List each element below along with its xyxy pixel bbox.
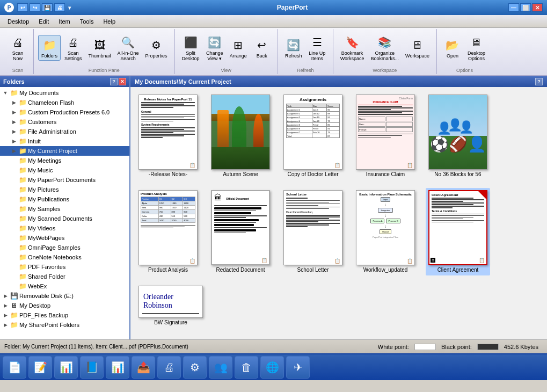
properties-button[interactable]: ⚙ Properties [143, 35, 170, 61]
close-button[interactable]: ✕ [532, 3, 543, 12]
taskbar-app-7[interactable]: 🖨 [157, 356, 181, 379]
tree-item-mypaperport[interactable]: 📁 My PaperPort Documents [0, 175, 129, 185]
tree-item-mydocuments[interactable]: ▼ 📁 My Documents [0, 88, 129, 98]
tree-item-pdffav[interactable]: 📁 PDF Favorites [0, 262, 129, 272]
folder-icon: 📁 [18, 118, 27, 126]
desktop-options-icon: 🖥 [468, 34, 485, 51]
content-help-btn[interactable]: ? [535, 78, 543, 85]
thumbnail-button[interactable]: 🖼 Thumbnail [86, 35, 114, 61]
menu-help[interactable]: Help [99, 17, 120, 26]
tree-item-pdfbackup[interactable]: ▶ 📁 PDF_Files Backup [0, 310, 129, 320]
content-path: My Documents\My Current Project [135, 78, 231, 85]
doc-client-agreement[interactable]: Client Agreement Terms & Conditions [426, 188, 490, 275]
quick-access-print[interactable]: 🖨 [54, 3, 65, 12]
tree-item-mypublications[interactable]: 📁 My Publications [0, 194, 129, 204]
menu-edit[interactable]: Edit [34, 17, 53, 26]
tree-item-mydesktop[interactable]: ▶ 🖥 My Desktop [0, 301, 129, 310]
desktop-options-button[interactable]: 🖥 DesktopOptions [465, 32, 488, 63]
taskbar-app-1[interactable]: 📄 [3, 356, 26, 379]
doc-redacted[interactable]: 🏛 Official Document [208, 188, 273, 275]
folders-button[interactable]: 📁 Folders [38, 35, 61, 61]
taskbar-app-9[interactable]: 👥 [209, 356, 232, 379]
tree-item-mymusic[interactable]: 📁 My Music [0, 165, 129, 175]
lineup-items-button[interactable]: ☰ Line UpItems [306, 32, 329, 63]
doc-autumn-scene[interactable]: Autumn Scene [208, 92, 273, 180]
app-title: PaperPort [76, 4, 508, 11]
quick-access-redo[interactable]: ↪ [30, 3, 40, 12]
refresh-button[interactable]: 🔄 Refresh [282, 35, 305, 61]
panel-close-btn[interactable]: ✕ [119, 78, 126, 85]
tree-item-chameleon[interactable]: ▶ 📁 Chameleon Flash [0, 98, 129, 107]
status-folder-info: Folder: My Current Project (11 items). I… [4, 344, 373, 350]
doc-insurance-claim[interactable]: Claim Form INSURANCE CLAIM Name: Date: [353, 92, 418, 180]
allinone-search-button[interactable]: 🔍 All-in-OneSearch [115, 32, 142, 63]
taskbar-app-2[interactable]: 📝 [28, 356, 52, 379]
thumbnail-label: Thumbnail [89, 54, 111, 59]
tree-item-myvideos[interactable]: 📁 My Videos [0, 223, 129, 233]
doc-school-letter[interactable]: School Letter Dear Parent/Guardian, [281, 188, 345, 275]
tree-item-removable[interactable]: ▶ 💾 Removable Disk (E:) [0, 291, 129, 301]
tree-item-sharepoint[interactable]: ▶ 📁 My SharePoint Folders [0, 320, 129, 330]
menu-desktop[interactable]: Desktop [3, 17, 33, 26]
folder-icon: 📁 [18, 272, 27, 281]
doc-bw-signature[interactable]: Orleander Robinson BW Signature [136, 284, 206, 328]
quick-access-save[interactable]: 💾 [42, 3, 53, 12]
quick-access-undo[interactable]: ↩ [17, 3, 28, 12]
tree-item-custom[interactable]: ▶ 📁 Custom Production Presets 6.0 [0, 107, 129, 117]
menu-item[interactable]: Item [54, 17, 74, 26]
maximize-button[interactable]: ⬜ [520, 3, 531, 12]
folder-icon: 📁 [18, 253, 27, 262]
taskbar-app-4[interactable]: 📘 [80, 356, 104, 379]
doc-sports[interactable]: ⚽🏈👤 👤 👤 👤 No 36 Blocks for 56 [426, 92, 490, 180]
taskbar-app-12[interactable]: ✈ [286, 356, 310, 379]
taskbar-app-10[interactable]: 🗑 [235, 356, 258, 379]
folders-panel-header: Folders ? ✕ [0, 76, 129, 87]
lineup-icon: ☰ [309, 34, 326, 51]
app-icon: P [4, 3, 14, 12]
scan-settings-button[interactable]: 🖨 ScanSettings [62, 32, 85, 63]
doc-corner-fold [478, 191, 486, 199]
organize-bookmarks-button[interactable]: 📚 OrganizeBookmarks... [368, 32, 402, 63]
tree-label: My Documents [18, 90, 59, 96]
panel-help-btn[interactable]: ? [110, 78, 118, 85]
taskbar-app-8[interactable]: ⚙ [183, 356, 207, 379]
doc-name-label: Insurance Claim [366, 171, 405, 178]
taskbar-app-6[interactable]: 📤 [132, 356, 155, 379]
tree-item-shared[interactable]: 📁 Shared Folder [0, 272, 129, 281]
arrange-button[interactable]: ⊞ Arrange [227, 35, 250, 61]
minimize-button[interactable]: — [508, 3, 519, 12]
doc-flag-icon: 📋 [261, 258, 268, 263]
taskbar-app-3[interactable]: 📊 [54, 356, 78, 379]
open-button[interactable]: 📂 Open [441, 35, 464, 61]
tree-item-customers[interactable]: ▶ 📁 Customers [0, 117, 129, 127]
tree-item-mywebpages[interactable]: 📁 MyWebPages [0, 233, 129, 243]
scan-now-button[interactable]: 🖨 ScanNow [6, 32, 29, 63]
doc-workflow[interactable]: Basic Information Flow Schematic Input ↓… [353, 188, 418, 275]
split-desktop-button[interactable]: ⬛ SplitDesktop [179, 32, 202, 63]
taskbar-app-11[interactable]: 🌐 [260, 356, 284, 379]
tree-item-fileadmin[interactable]: ▶ 📁 File Administration [0, 127, 129, 136]
doc-product-analysis[interactable]: Product Analysis Product Q1 Q2 Q3 Alpha … [136, 188, 200, 275]
tree-item-myscanned[interactable]: 📁 My Scanned Documents [0, 214, 129, 223]
workspace-button[interactable]: 🖥 Workspace [403, 35, 432, 61]
change-view-button[interactable]: 🔄 ChangeView ▾ [203, 32, 226, 63]
tree-item-mysamples[interactable]: 📁 My Samples [0, 204, 129, 214]
menu-tools[interactable]: Tools [76, 17, 98, 26]
tree-expander [10, 166, 18, 175]
tree-item-omnipage[interactable]: 📁 OmniPage Samples [0, 243, 129, 252]
tree-item-webex[interactable]: 📁 WebEx [0, 281, 129, 291]
taskbar-app-5[interactable]: 📊 [106, 356, 129, 379]
tree-item-onenote[interactable]: 📁 OneNote Notebooks [0, 252, 129, 262]
tree-item-intuit[interactable]: ▶ 📁 Intuit [0, 136, 129, 146]
bookmark-workspace-button[interactable]: 🔖 BookmarkWorkspace [338, 32, 367, 63]
thumbnail-redacted: 🏛 Official Document [211, 190, 270, 265]
back-button[interactable]: ↩ Back [251, 35, 273, 61]
doc-release-notes[interactable]: Release Notes for PaperPort 11 General S… [136, 92, 200, 180]
doc-doctor-letter[interactable]: Assignments TaskDueScore Assignment 1Jan… [281, 92, 345, 180]
tree-item-mycurrentproject[interactable]: ▶ 📁 My Current Project [0, 146, 129, 156]
tree-item-mymeetings[interactable]: 📁 My Meetings [0, 156, 129, 165]
tree-item-mypictures[interactable]: 📁 My Pictures [0, 185, 129, 194]
tree-label: OmniPage Samples [27, 244, 81, 251]
folder-icon: 📁 [18, 166, 27, 175]
folder-icon: 📁 [18, 108, 27, 117]
